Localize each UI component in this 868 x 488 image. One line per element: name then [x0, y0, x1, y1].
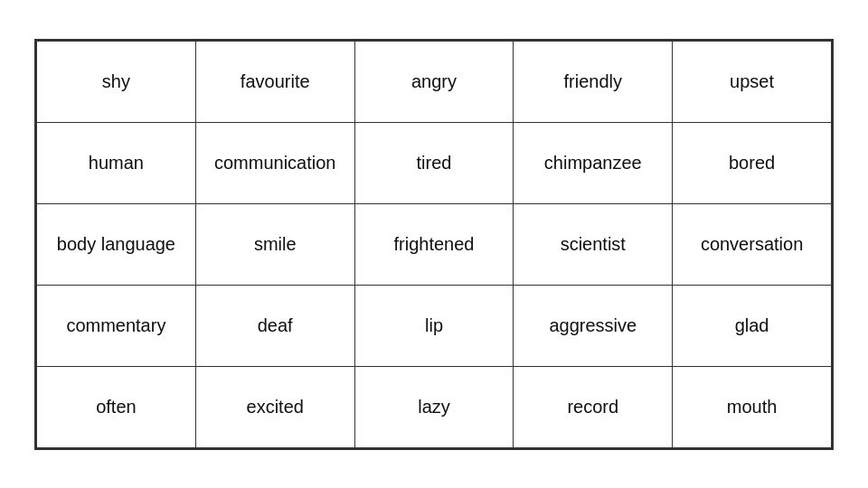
table-cell: angry: [354, 41, 514, 122]
table-cell: glad: [673, 285, 832, 366]
table-cell: body language: [37, 203, 196, 285]
table-cell: frightened: [354, 203, 514, 285]
table-cell: bored: [673, 122, 832, 203]
table-cell: upset: [673, 41, 832, 122]
table-cell: commentary: [37, 285, 196, 366]
table-cell: deaf: [195, 285, 354, 366]
table-cell: often: [37, 366, 196, 447]
table-cell: mouth: [673, 366, 832, 447]
table-cell: smile: [195, 203, 354, 285]
table-cell: excited: [195, 366, 354, 447]
table-cell: record: [514, 366, 673, 447]
table-cell: tired: [354, 122, 514, 203]
table-cell: friendly: [514, 41, 673, 122]
table-cell: lazy: [354, 366, 514, 447]
table-cell: communication: [195, 122, 354, 203]
table-cell: conversation: [673, 203, 832, 285]
table-cell: aggressive: [514, 285, 673, 366]
table-cell: favourite: [195, 41, 354, 122]
table-cell: chimpanzee: [514, 122, 673, 203]
word-grid: shyfavouriteangryfriendlyupsethumancommu…: [34, 39, 834, 450]
table-cell: human: [37, 122, 196, 203]
table-cell: shy: [37, 41, 196, 122]
table-cell: scientist: [514, 203, 673, 285]
table-cell: lip: [354, 285, 514, 366]
